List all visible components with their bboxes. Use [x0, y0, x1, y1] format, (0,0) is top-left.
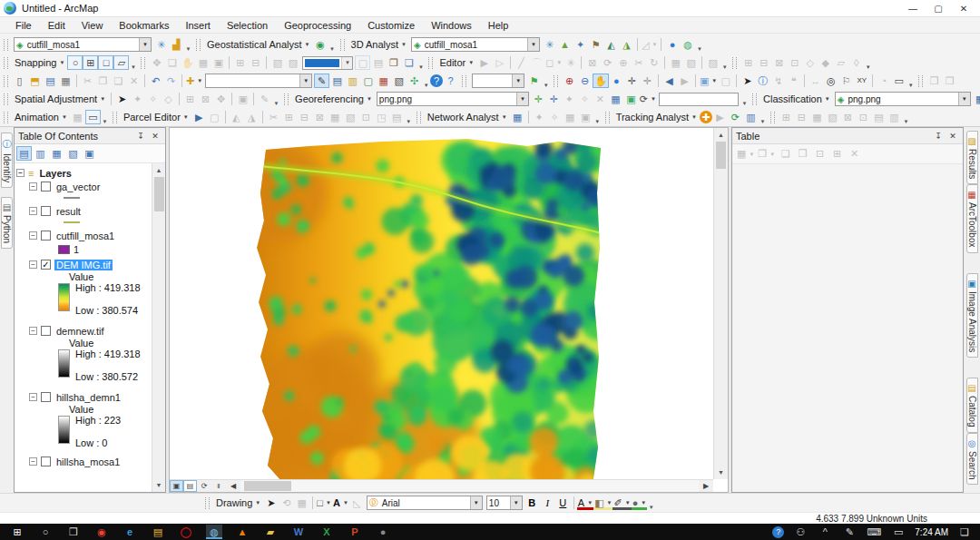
- histogram-icon[interactable]: ▟: [169, 37, 184, 52]
- menu-view[interactable]: View: [74, 19, 112, 32]
- collapse-icon[interactable]: −: [29, 207, 37, 215]
- symbol-color-swatch[interactable]: ▼: [302, 56, 353, 70]
- toolbar-grip[interactable]: [752, 93, 757, 105]
- catalog-window-icon[interactable]: ▥: [345, 74, 360, 88]
- measure-icon[interactable]: ↔: [808, 74, 823, 88]
- fillet-icon[interactable]: ⊟: [756, 55, 771, 70]
- file-explorer-icon[interactable]: ▤: [150, 525, 166, 539]
- whats-this-icon[interactable]: ?: [443, 74, 458, 88]
- fill-color-button[interactable]: ◧▼: [593, 496, 612, 510]
- menu-windows[interactable]: Windows: [423, 19, 480, 32]
- multiple-links-icon[interactable]: ◇: [161, 92, 176, 106]
- toolbar-grip[interactable]: [196, 39, 201, 51]
- list-by-source-button[interactable]: ▥: [33, 146, 48, 161]
- version-manager-icon[interactable]: ⊠: [840, 110, 856, 124]
- parcel-select-icon[interactable]: ▶: [191, 110, 207, 124]
- bold-button[interactable]: B: [524, 496, 540, 510]
- parcel-adjust-icon[interactable]: ▤: [389, 110, 405, 124]
- copy-icon[interactable]: ❐: [95, 74, 111, 88]
- maximize-button[interactable]: ▢: [926, 0, 951, 16]
- add-control-points-icon[interactable]: ✛: [531, 92, 546, 106]
- text-tool-icon[interactable]: A▼: [332, 496, 349, 510]
- menu-geoprocessing[interactable]: Geoprocessing: [276, 19, 359, 32]
- sticky-notes-icon[interactable]: ▰: [262, 525, 279, 539]
- zoom-to-link-icon[interactable]: ✦: [562, 92, 577, 106]
- toolbar-overflow[interactable]: ▼: [272, 101, 280, 108]
- line-color-button[interactable]: ✐▼: [612, 496, 631, 510]
- pan-icon[interactable]: ✋: [593, 74, 609, 88]
- rotate-element-icon[interactable]: ⟲: [279, 496, 294, 510]
- delete-version-icon[interactable]: ▤: [871, 110, 887, 124]
- toolbar-overflow[interactable]: ▼: [416, 64, 425, 72]
- dropdown-arrow-icon[interactable]: ▼: [139, 38, 151, 51]
- network-window-icon[interactable]: ▦: [510, 110, 525, 124]
- snapping-menu[interactable]: Snapping▼: [12, 56, 67, 69]
- cut-polygons-icon[interactable]: ✂: [631, 55, 646, 70]
- end-snapping-toggle[interactable]: ⊞: [83, 55, 98, 70]
- toolbar-grip[interactable]: [4, 57, 8, 69]
- dropdown-arrow-icon[interactable]: ▼: [527, 38, 539, 51]
- toolbar-grip[interactable]: [4, 112, 8, 123]
- select-network-icon[interactable]: ✧: [547, 110, 563, 124]
- new-map-icon[interactable]: ▯: [12, 74, 27, 88]
- python-window-icon[interactable]: ▧: [391, 74, 407, 88]
- add-data-icon[interactable]: ✚▼: [185, 74, 203, 88]
- directions-icon[interactable]: ▣: [578, 110, 593, 124]
- import-symbols-icon[interactable]: ❐: [386, 55, 401, 70]
- find-icon[interactable]: ◎: [823, 74, 838, 88]
- layer-row[interactable]: − cutfill_mosa1: [29, 229, 152, 242]
- tracking-chart-icon[interactable]: ▥: [743, 110, 759, 124]
- italic-button[interactable]: I: [540, 496, 555, 510]
- align-features-icon[interactable]: ◊: [848, 55, 864, 70]
- toolbar-overflow[interactable]: ▼: [593, 119, 602, 126]
- refresh-events-icon[interactable]: ⟳: [728, 110, 743, 124]
- arcmap-taskbar-icon[interactable]: ◍: [206, 525, 222, 539]
- data-view-button[interactable]: ▣: [170, 480, 183, 492]
- add-tracking-data-icon[interactable]: ✚: [700, 111, 712, 123]
- refresh-view-button[interactable]: ⟳: [197, 480, 211, 492]
- toolbar-overflow[interactable]: ▼: [328, 46, 337, 54]
- go-to-xy-icon[interactable]: XY: [854, 74, 869, 88]
- collapse-icon[interactable]: −: [16, 169, 24, 177]
- vertex-snapping-toggle[interactable]: □: [98, 55, 113, 70]
- edge-icon[interactable]: e: [122, 525, 138, 539]
- horizontal-scrollbar[interactable]: [240, 480, 699, 492]
- map-canvas[interactable]: [170, 128, 713, 479]
- notification-center-icon[interactable]: ❏: [956, 525, 973, 539]
- rectangle-tool-icon[interactable]: ▱: [833, 55, 848, 70]
- conflicts-icon[interactable]: ▧: [825, 110, 840, 124]
- rotate-tool-icon[interactable]: ⟳: [600, 55, 615, 70]
- select-related-button[interactable]: ❏: [778, 147, 793, 162]
- toolbar-grip[interactable]: [770, 112, 775, 123]
- page-layout-icon[interactable]: ▤: [370, 55, 386, 70]
- pause-drawing-button[interactable]: ‖: [211, 480, 226, 492]
- midpoint-tool-icon[interactable]: ⊕: [615, 55, 631, 70]
- toolbar-overflow[interactable]: ▼: [184, 46, 192, 54]
- collapse-icon[interactable]: −: [29, 457, 37, 466]
- new-page-icon[interactable]: ▢: [355, 55, 370, 70]
- toolbar-overflow[interactable]: ▼: [101, 119, 109, 126]
- open-icon[interactable]: ⬒: [27, 74, 43, 88]
- layer-checkbox[interactable]: [41, 206, 51, 216]
- dropdown-arrow-icon[interactable]: ▼: [299, 74, 311, 87]
- map-vertical-scrollbar[interactable]: ▲ ▼: [713, 128, 728, 479]
- delete-icon[interactable]: ✕: [126, 74, 142, 88]
- toolbar-grip[interactable]: [4, 75, 8, 87]
- profile-graph-icon[interactable]: ◭: [603, 37, 619, 52]
- excel-icon[interactable]: X: [318, 525, 335, 539]
- geostatistical-wizard-icon[interactable]: ✳: [153, 37, 169, 52]
- new-displacement-link-icon[interactable]: ✦: [130, 92, 145, 106]
- parcel-control-icon[interactable]: ◳: [374, 110, 389, 124]
- toolbar-overflow[interactable]: ▼: [906, 83, 915, 90]
- layer-checkbox[interactable]: [41, 392, 51, 402]
- task-view-icon[interactable]: ❒: [65, 525, 82, 539]
- select-features-icon[interactable]: ▣▼: [699, 74, 718, 88]
- collapse-icon[interactable]: −: [29, 327, 37, 335]
- toolbar-overflow[interactable]: ▼: [405, 119, 413, 126]
- minimize-button[interactable]: —: [900, 0, 926, 16]
- forward-extent-icon[interactable]: ▶: [677, 74, 692, 88]
- redo-icon[interactable]: ↷: [163, 74, 179, 88]
- export-symbols-icon[interactable]: ❏: [401, 55, 416, 70]
- copy-features-icon[interactable]: ⊞: [740, 55, 756, 70]
- scroll-left-button[interactable]: ◀: [226, 480, 240, 492]
